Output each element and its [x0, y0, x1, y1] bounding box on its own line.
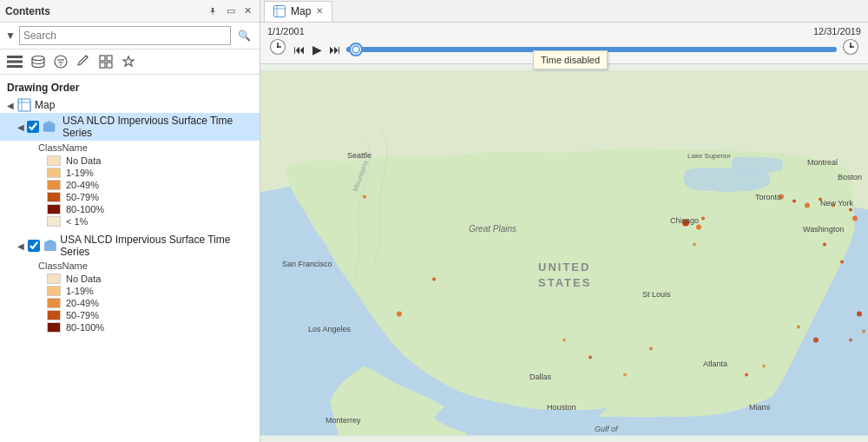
layer-1-icon [43, 120, 56, 134]
svg-point-25 [850, 46, 852, 48]
svg-rect-9 [100, 56, 105, 61]
layer-1-node[interactable]: ◀ USA NLCD Impervious Surface Time Serie… [0, 113, 260, 141]
layer-1-label: USA NLCD Impervious Surface Time Series [59, 114, 260, 140]
search-input[interactable] [19, 26, 231, 45]
layer-1-expand-icon[interactable]: ◀ [17, 122, 27, 132]
legend-color-20-49 [47, 180, 61, 190]
legend-color-lt1 [47, 216, 61, 227]
layer-2-node[interactable]: ◀ USA NLCD Impervious Surface Time Serie… [0, 233, 260, 259]
list-view-button[interactable] [5, 54, 24, 69]
svg-rect-15 [44, 242, 56, 251]
svg-text:St Louis: St Louis [642, 290, 671, 299]
time-clock-button[interactable] [267, 38, 288, 60]
sidebar-toolbar [0, 49, 260, 75]
legend-label-nodata-2: No Data [66, 274, 101, 284]
svg-point-47 [745, 373, 748, 377]
legend-item: No Data [0, 155, 260, 167]
edit-button[interactable] [75, 53, 92, 70]
svg-point-50 [797, 326, 800, 329]
grid-button[interactable] [97, 53, 115, 70]
svg-text:Seattle: Seattle [347, 151, 372, 160]
layer-2-icon [43, 239, 57, 253]
svg-point-31 [696, 225, 701, 230]
svg-rect-0 [7, 56, 23, 58]
svg-rect-2 [7, 65, 23, 68]
legend-label-1-19: 1-19% [66, 168, 94, 178]
svg-point-38 [849, 208, 852, 212]
legend-item: 80-100% [0, 203, 260, 215]
search-button[interactable]: 🔍 [234, 28, 254, 43]
pin-button[interactable]: 🖈 [206, 5, 220, 17]
float-button[interactable]: ▭ [224, 4, 238, 17]
layer-2-legend: No Data 1-19% 20-49% 50-79% 80-100% [0, 273, 260, 333]
legend-label-50-79: 50-79% [66, 192, 99, 202]
svg-point-40 [823, 243, 826, 247]
star-button[interactable] [120, 53, 137, 70]
svg-point-49 [813, 338, 819, 343]
svg-text:Miami: Miami [749, 403, 770, 412]
layer-2-label: USA NLCD Impervious Surface Time Series [60, 234, 260, 258]
tab-close-button[interactable]: ✕ [316, 7, 323, 16]
time-play-button[interactable]: ▶ [311, 43, 324, 56]
svg-text:Houston: Houston [547, 403, 576, 412]
svg-text:Washington: Washington [803, 225, 844, 234]
svg-point-44 [589, 356, 592, 360]
svg-point-53 [849, 339, 852, 342]
sidebar-header: Contents 🖈 ▭ ✕ [0, 0, 260, 23]
layer-1-legend: No Data 1-19% 20-49% 50-79% 80-100% [0, 155, 260, 228]
legend-color-1-19 [47, 168, 61, 178]
layer-1-checkbox[interactable] [27, 121, 38, 133]
legend-color-nodata-2 [47, 274, 61, 284]
map-expand-icon[interactable]: ◀ [7, 101, 17, 110]
tab-label: Map [291, 5, 311, 17]
map-tab[interactable]: Map ✕ [264, 1, 332, 22]
svg-point-45 [623, 373, 627, 377]
layer-1-sublabel: ClassName [0, 141, 260, 155]
svg-rect-16 [274, 6, 286, 17]
time-slider-thumb[interactable] [349, 43, 363, 56]
map-label: Map [35, 99, 55, 111]
database-button[interactable] [30, 53, 47, 70]
svg-point-3 [32, 56, 44, 61]
time-clock-right-button[interactable] [840, 38, 861, 60]
svg-point-34 [792, 200, 796, 203]
legend-label-80-100: 80-100% [66, 204, 104, 214]
legend-item: 20-49% [0, 179, 260, 191]
svg-point-4 [55, 56, 67, 68]
svg-text:Atlanta: Atlanta [703, 360, 727, 368]
legend-label-lt1: < 1% [66, 216, 88, 227]
svg-text:Monterrey: Monterrey [326, 416, 361, 425]
map-canvas[interactable]: Seattle San Francisco Los Angeles Monter… [260, 64, 868, 442]
drawing-order-label: Drawing Order [0, 78, 260, 97]
svg-point-27 [363, 195, 366, 199]
svg-text:UNITED: UNITED [538, 261, 590, 274]
svg-rect-14 [43, 123, 55, 132]
svg-rect-1 [7, 61, 23, 63]
map-panel: Map ✕ 1/1/2001 12/31/2019 [260, 0, 868, 442]
svg-text:Chicago: Chicago [670, 216, 699, 225]
close-sidebar-button[interactable]: ✕ [241, 4, 254, 17]
layer-2-expand-icon[interactable]: ◀ [17, 241, 28, 251]
svg-text:Lake Superior: Lake Superior [687, 152, 731, 160]
time-disabled-tooltip: Time disabled [533, 50, 608, 69]
svg-point-21 [352, 46, 359, 53]
time-clock-right-icon [842, 38, 859, 56]
svg-line-8 [86, 56, 88, 57]
map-node[interactable]: ◀ Map [0, 97, 260, 113]
time-next-button[interactable]: ⏭ [327, 43, 343, 56]
svg-text:Boston: Boston [838, 173, 862, 181]
legend-color-nodata [47, 155, 61, 166]
map-icon [17, 98, 31, 112]
svg-text:Dallas: Dallas [529, 373, 552, 381]
layer-2-checkbox[interactable] [28, 240, 40, 252]
filter-button[interactable] [52, 53, 69, 70]
svg-point-32 [701, 217, 705, 221]
time-prev-button[interactable]: ⏮ [292, 43, 307, 56]
legend-color-50-79-2 [47, 310, 61, 320]
legend-item: < 1% [0, 215, 260, 228]
svg-point-46 [649, 347, 653, 351]
legend-item: 20-49% [0, 297, 260, 309]
sidebar-title: Contents [5, 5, 50, 17]
legend-label-1-19-2: 1-19% [66, 286, 94, 296]
legend-item: 50-79% [0, 191, 260, 203]
